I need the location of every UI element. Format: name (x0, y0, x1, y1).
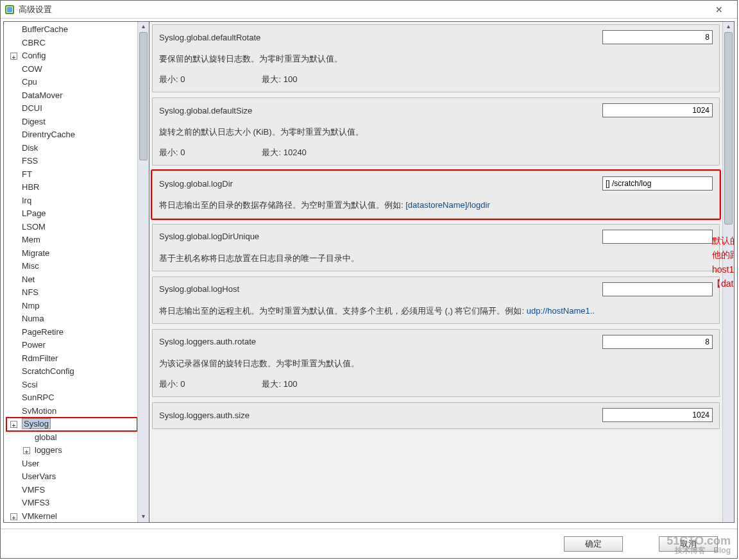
setting-Syslog-loggers-auth-size: Syslog.loggers.auth.size (152, 402, 720, 429)
tree-item-disk[interactable]: Disk (6, 142, 137, 155)
tree-item-nfs[interactable]: NFS (6, 286, 137, 300)
setting-minmax: 最小: 0最大: 10240 (159, 147, 713, 158)
tree-item-svmotion[interactable]: SvMotion (6, 405, 137, 418)
tree-item-vmkernel[interactable]: VMkernel (6, 510, 137, 523)
setting-minmax: 最小: 0最大: 100 (159, 74, 713, 85)
tree-item-irq[interactable]: Irq (6, 194, 137, 208)
setting-max: 最大: 10240 (262, 147, 306, 158)
tree-item-label: RdmFilter (22, 353, 58, 363)
tree-item-user[interactable]: User (6, 457, 137, 471)
tree-item-vmfs[interactable]: VMFS (6, 484, 137, 497)
setting-description: 为该记录器保留的旋转日志数。为零时重置为默认值。 (159, 358, 713, 369)
setting-input[interactable] (602, 230, 713, 244)
scroll-thumb[interactable] (724, 32, 733, 225)
tree-item-direntrycache[interactable]: DirentryCache (6, 128, 137, 142)
tree-item-digest[interactable]: Digest (6, 115, 137, 129)
tree-item-scratchconfig[interactable]: ScratchConfig (6, 365, 137, 378)
tree-item-label: VMkernel (22, 511, 57, 521)
tree-item-label: DirentryCache (22, 130, 75, 139)
setting-input[interactable] (602, 30, 713, 44)
tree-item-buffercache[interactable]: BufferCache (6, 23, 137, 37)
setting-Syslog-global-logHost: Syslog.global.logHost将日志输出至的远程主机。为空时重置为默… (152, 276, 720, 324)
tree-item-label: global (35, 432, 57, 442)
tree-item-dcui[interactable]: DCUI (6, 102, 137, 115)
tree-item-hbr[interactable]: HBR (6, 181, 137, 194)
tree-item-net[interactable]: Net (6, 273, 137, 287)
tree-item-misc[interactable]: Misc (6, 260, 137, 273)
tree-item-lsom[interactable]: LSOM (6, 221, 137, 234)
tree-item-sunrpc[interactable]: SunRPC (6, 391, 137, 405)
tree-item-cpu[interactable]: Cpu (6, 76, 137, 89)
setting-description: 将日志输出至的目录的数据存储路径。为空时重置为默认值。例如: [datastor… (159, 199, 713, 211)
tree-item-label: LSOM (22, 222, 46, 232)
setting-max: 最大: 100 (262, 74, 297, 85)
setting-max: 最大: 100 (262, 378, 297, 390)
vsphere-icon (4, 4, 15, 15)
tree-item-label: Config (22, 51, 46, 60)
tree-item-cbrc[interactable]: CBRC (6, 37, 137, 50)
tree-item-label: HBR (22, 182, 39, 192)
tree-item-global[interactable]: global (6, 431, 137, 445)
tree-item-lpage[interactable]: LPage (6, 207, 137, 221)
tree-item-vmfs3[interactable]: VMFS3 (6, 496, 137, 510)
advanced-settings-window: 高级设置 ✕ BufferCacheCBRCConfigCOWCpuDataMo… (0, 0, 738, 559)
tree-item-label: FSS (22, 156, 38, 165)
scroll-up-icon[interactable]: ▴ (723, 22, 734, 32)
setting-title: Syslog.loggers.auth.size (159, 411, 250, 420)
setting-input[interactable] (602, 335, 713, 349)
tree-item-power[interactable]: Power (6, 339, 137, 352)
setting-input[interactable] (602, 282, 713, 296)
tree-item-label: Mem (22, 235, 40, 244)
tree-item-label: Cpu (22, 77, 37, 87)
tree-item-label: LPage (22, 208, 46, 218)
setting-title: Syslog.global.logDir (159, 179, 233, 189)
tree-item-numa[interactable]: Numa (6, 312, 137, 326)
tree-item-pageretire[interactable]: PageRetire (6, 326, 137, 339)
tree-item-ft[interactable]: FT (6, 168, 137, 182)
tree-item-fss[interactable]: FSS (6, 155, 137, 168)
tree-item-scsi[interactable]: Scsi (6, 378, 137, 392)
content-panel: Syslog.global.defaultRotate要保留的默认旋转日志数。为… (149, 21, 735, 523)
tree-item-label: ScratchConfig (22, 366, 74, 376)
tree-item-label: CBRC (22, 38, 46, 47)
setting-title: Syslog.global.defaultRotate (159, 33, 260, 42)
tree-item-mem[interactable]: Mem (6, 233, 137, 247)
tree-item-migrate[interactable]: Migrate (6, 247, 137, 260)
tree-item-uservars[interactable]: UserVars (6, 470, 137, 484)
tree-item-cow[interactable]: COW (6, 63, 137, 76)
tree-item-config[interactable]: Config (6, 49, 137, 63)
tree-item-rdmfilter[interactable]: RdmFilter (6, 352, 137, 366)
tree-item-label: SvMotion (22, 406, 56, 416)
tree-item-loggers[interactable]: loggers (6, 444, 137, 457)
setting-description: 基于主机名称将日志放置在日志目录的唯一子目录中。 (159, 253, 713, 264)
setting-example: [datastoreName]/logdir (405, 200, 490, 210)
setting-input[interactable] (602, 176, 713, 191)
setting-input[interactable] (602, 408, 713, 422)
setting-Syslog-global-logDirUnique: Syslog.global.logDirUnique基于主机名称将日志放置在日志… (152, 224, 720, 271)
tree-item-label: Syslog (22, 418, 51, 429)
tree-item-syslog[interactable]: Syslog (6, 418, 137, 431)
tree-item-label: Disk (22, 143, 38, 153)
scroll-up-icon[interactable]: ▴ (138, 22, 149, 32)
close-button[interactable]: ✕ (705, 1, 733, 18)
svg-rect-2 (7, 7, 12, 12)
tree-item-label: PageRetire (22, 327, 64, 337)
tree-item-label: COW (22, 64, 42, 74)
setting-title: Syslog.loggers.auth.rotate (159, 337, 256, 346)
tree-item-label: Digest (22, 117, 46, 126)
scroll-thumb[interactable] (139, 32, 148, 160)
scroll-down-icon[interactable]: ▾ (138, 512, 149, 522)
setting-title: Syslog.global.defaultSize (159, 106, 252, 115)
tree-item-label: NFS (22, 287, 38, 297)
tree-item-nmp[interactable]: Nmp (6, 300, 137, 313)
setting-min: 最小: 0 (159, 147, 185, 158)
tree-item-datamover[interactable]: DataMover (6, 89, 137, 103)
setting-example: udp://hostName1.. (527, 306, 595, 316)
setting-input[interactable] (602, 103, 713, 117)
titlebar: 高级设置 ✕ (1, 1, 737, 19)
tree-scrollbar[interactable]: ▴ ▾ (137, 22, 149, 522)
setting-description: 将日志输出至的远程主机。为空时重置为默认值。支持多个主机，必须用逗号 (,) 将… (159, 305, 713, 317)
tree-item-label: VMFS3 (22, 498, 49, 507)
ok-button[interactable]: 确定 (564, 536, 623, 552)
watermark-line2: 技术博客 Blog (667, 547, 731, 554)
